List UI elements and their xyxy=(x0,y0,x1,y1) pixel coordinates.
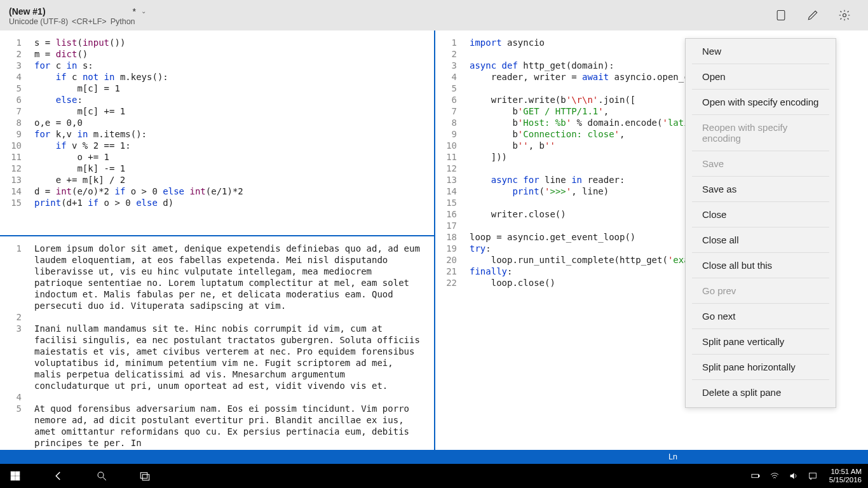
menu-item-reopen-with-specify-encoding: Reopen with specify encoding xyxy=(692,115,829,151)
context-menu: NewOpenOpen with specify encodingReopen … xyxy=(685,38,836,408)
svg-point-1 xyxy=(843,14,846,17)
status-text: Ln xyxy=(668,452,677,461)
tab-dirty-indicator: * xyxy=(133,6,136,17)
line-gutter: 123456789101112131415 xyxy=(0,30,28,235)
chevron-down-icon[interactable]: ⌄ xyxy=(141,8,146,15)
svg-rect-5 xyxy=(16,477,20,480)
panel-icon[interactable] xyxy=(774,8,788,22)
menu-item-save: Save xyxy=(692,151,829,177)
svg-rect-8 xyxy=(140,473,147,478)
menu-item-close-all-but-this[interactable]: Close all but this xyxy=(692,253,829,278)
line-gutter: 12345 xyxy=(0,236,28,450)
menu-item-open[interactable]: Open xyxy=(692,64,829,90)
svg-line-7 xyxy=(103,477,106,480)
tab-lineend: <CR+LF> xyxy=(72,17,107,26)
edit-icon[interactable] xyxy=(806,8,820,22)
volume-icon xyxy=(789,471,799,481)
taskbar: 10:51 AM 5/15/2016 xyxy=(0,464,868,488)
menu-item-go-next[interactable]: Go next xyxy=(692,304,829,329)
editor-pane-top-left[interactable]: 123456789101112131415 s = list(input())m… xyxy=(0,30,434,236)
tab-meta: Unicode (UTF-8) <CR+LF> Python xyxy=(9,17,146,26)
menu-item-close[interactable]: Close xyxy=(692,202,829,227)
system-tray[interactable] xyxy=(750,471,818,481)
workspace: 123456789101112131415 s = list(input())m… xyxy=(0,30,868,450)
battery-icon xyxy=(750,471,761,481)
menu-item-close-all[interactable]: Close all xyxy=(692,227,829,253)
svg-rect-9 xyxy=(142,475,149,480)
code-area[interactable]: s = list(input())m = dict()for c in s: i… xyxy=(28,30,243,235)
code-area[interactable]: Lorem ipsum dolor sit amet, denique expe… xyxy=(28,236,422,450)
line-gutter: 12345678910111213141516171819202122 xyxy=(435,30,463,450)
tab-encoding: Unicode (UTF-8) xyxy=(9,17,68,26)
menu-item-split-pane-horizontally[interactable]: Split pane horizontally xyxy=(692,355,829,380)
status-bar: Ln xyxy=(0,450,868,464)
task-view-icon[interactable] xyxy=(139,470,151,482)
svg-point-6 xyxy=(98,472,104,478)
taskbar-clock[interactable]: 10:51 AM 5/15/2016 xyxy=(829,468,862,484)
start-icon[interactable] xyxy=(9,470,22,482)
svg-rect-10 xyxy=(752,474,759,477)
svg-rect-4 xyxy=(11,477,15,480)
svg-rect-11 xyxy=(758,475,759,477)
document-tab[interactable]: (New #1) * ⌄ Unicode (UTF-8) <CR+LF> Pyt… xyxy=(0,0,153,30)
app-header: (New #1) * ⌄ Unicode (UTF-8) <CR+LF> Pyt… xyxy=(0,0,868,30)
menu-item-go-prev: Go prev xyxy=(692,278,829,304)
svg-rect-3 xyxy=(16,471,20,475)
menu-item-new[interactable]: New xyxy=(692,39,829,64)
clock-date: 5/15/2016 xyxy=(829,476,862,484)
svg-rect-12 xyxy=(809,473,816,478)
svg-rect-0 xyxy=(777,11,785,20)
menu-item-split-pane-vertically[interactable]: Split pane vertically xyxy=(692,329,829,355)
tab-language: Python xyxy=(111,17,135,26)
wifi-icon xyxy=(770,471,780,481)
editor-pane-bottom-left[interactable]: 12345 Lorem ipsum dolor sit amet, deniqu… xyxy=(0,236,434,450)
menu-item-save-as[interactable]: Save as xyxy=(692,177,829,202)
code-area[interactable]: import asyncioasync def http_get(domain)… xyxy=(463,30,705,450)
settings-icon[interactable] xyxy=(837,8,851,22)
notifications-icon xyxy=(808,471,818,481)
svg-rect-2 xyxy=(11,471,15,475)
back-icon[interactable] xyxy=(52,470,65,482)
menu-item-delete-a-split-pane[interactable]: Delete a split pane xyxy=(692,380,829,405)
clock-time: 10:51 AM xyxy=(829,468,862,476)
menu-item-open-with-specify-encoding[interactable]: Open with specify encoding xyxy=(692,90,829,115)
search-icon[interactable] xyxy=(95,470,108,482)
header-toolbar xyxy=(774,0,868,30)
tab-title: (New #1) xyxy=(9,6,46,17)
